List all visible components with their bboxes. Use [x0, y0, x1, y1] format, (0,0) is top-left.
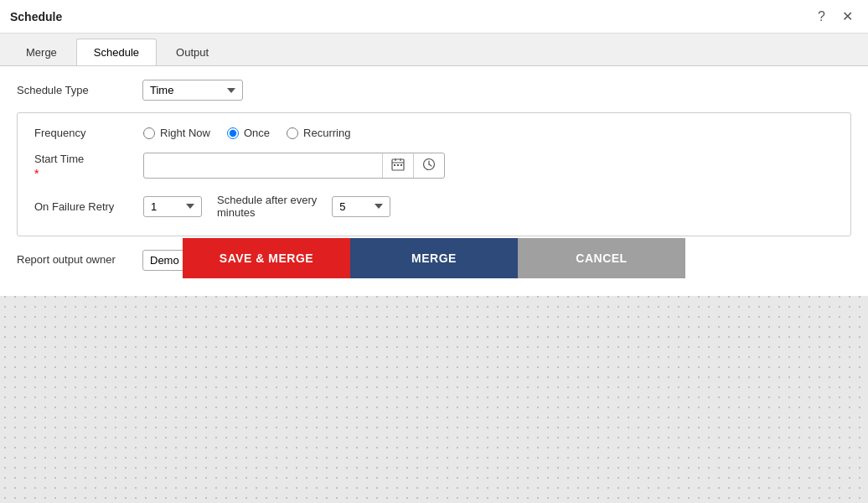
clock-button[interactable]: [413, 153, 444, 178]
calendar-button[interactable]: [382, 153, 413, 178]
radio-recurring-label: Recurring: [303, 127, 350, 139]
help-button[interactable]: ?: [813, 8, 830, 26]
tab-bar: Merge Schedule Output: [0, 34, 868, 66]
tab-schedule[interactable]: Schedule: [76, 39, 157, 65]
frequency-panel: Frequency Right Now Once Recurring: [17, 112, 851, 236]
frequency-radio-group: Right Now Once Recurring: [143, 127, 350, 139]
start-time-label-col: Start Time *: [34, 153, 143, 180]
svg-rect-6: [400, 164, 402, 166]
on-failure-retry-label: On Failure Retry: [34, 200, 143, 213]
close-button[interactable]: ✕: [837, 7, 858, 26]
radio-once[interactable]: Once: [227, 127, 270, 139]
retry-controls: 1 2 3 4 5 Schedule after everyminutes 1 …: [143, 194, 390, 219]
title-bar: Schedule ? ✕: [0, 0, 868, 34]
cancel-button[interactable]: CANCEL: [518, 238, 685, 278]
required-star: *: [34, 167, 143, 180]
svg-rect-5: [397, 164, 399, 166]
schedule-type-label: Schedule Type: [17, 84, 142, 96]
retry-count-select[interactable]: 1 2 3 4 5: [143, 196, 202, 217]
radio-once-input[interactable]: [227, 127, 239, 139]
title-bar-controls: ? ✕: [813, 7, 858, 26]
start-time-input-wrapper: [143, 153, 445, 179]
retry-interval-select[interactable]: 1 2 3 4 5 10 15 30: [332, 196, 390, 217]
radio-recurring-input[interactable]: [287, 127, 298, 139]
schedule-type-row: Schedule Type Time Event Manual: [17, 80, 851, 101]
radio-once-label: Once: [244, 127, 270, 139]
save-merge-button[interactable]: SAVE & MERGE: [183, 238, 350, 278]
dialog-title: Schedule: [10, 10, 62, 23]
dialog-body: Schedule Type Time Event Manual Frequenc…: [0, 66, 868, 296]
frequency-label: Frequency: [34, 127, 143, 139]
radio-right-now-input[interactable]: [143, 127, 155, 139]
schedule-dialog: Schedule ? ✕ Merge Schedule Output Sched…: [0, 0, 868, 296]
tab-merge[interactable]: Merge: [8, 39, 75, 65]
radio-right-now-label: Right Now: [160, 127, 210, 139]
schedule-type-select[interactable]: Time Event Manual: [142, 80, 243, 101]
on-failure-retry-row: On Failure Retry 1 2 3 4 5 Schedule afte…: [34, 194, 834, 219]
radio-recurring[interactable]: Recurring: [287, 127, 350, 139]
start-time-input[interactable]: [144, 155, 382, 176]
tab-output[interactable]: Output: [158, 39, 226, 65]
svg-rect-4: [394, 164, 395, 166]
start-time-row: Start Time *: [34, 153, 834, 180]
frequency-row: Frequency Right Now Once Recurring: [34, 127, 834, 139]
button-bar: SAVE & MERGE MERGE CANCEL: [0, 220, 868, 296]
radio-right-now[interactable]: Right Now: [143, 127, 210, 139]
merge-button[interactable]: MERGE: [350, 238, 518, 278]
start-time-label: Start Time: [34, 153, 143, 165]
retry-middle-text: Schedule after everyminutes: [217, 194, 317, 219]
svg-line-9: [429, 164, 431, 166]
